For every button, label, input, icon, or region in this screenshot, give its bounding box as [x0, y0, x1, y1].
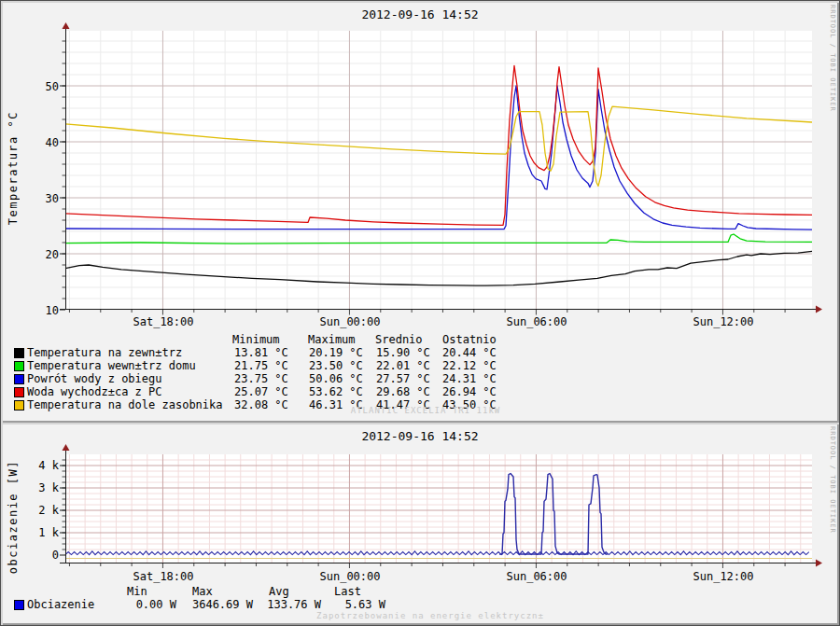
rrdtool-monitoring-page: 2012-09-16 14:52 RRDTOOL / TOBI OETIKER …	[0, 0, 840, 626]
legend-label: Temperatura na dole zasobnika	[27, 398, 223, 411]
legend-max: 3646.69 W	[178, 598, 253, 611]
legend-swatch	[14, 600, 24, 610]
legend-header-avg: Avg	[269, 585, 289, 598]
legend-swatch	[14, 361, 24, 371]
x-tick-label: Sat_18:00	[121, 315, 205, 328]
legend-avg: 27.57 °C	[376, 372, 430, 385]
legend-avg: 29.68 °C	[376, 385, 430, 398]
device-watermark: ATLANTIC EXCELIA TRI 11kW	[281, 406, 570, 415]
legend-label: Temperatura wewn±trz domu	[27, 359, 196, 372]
temperature-graph-panel: 2012-09-16 14:52 RRDTOOL / TOBI OETIKER …	[1, 1, 839, 423]
legend-min: 23.75 °C	[234, 372, 288, 385]
legend-header-min: Min	[127, 585, 147, 598]
legend-header-max: Maximum	[308, 333, 356, 346]
legend-swatch	[14, 387, 24, 397]
y-tick-label: 4 k	[21, 459, 59, 472]
legend-max: 53.62 °C	[309, 385, 363, 398]
graph-title: 2012-09-16 14:52	[1, 7, 839, 21]
legend-min: 0.00 W	[102, 598, 176, 611]
legend-max: 20.19 °C	[309, 346, 363, 359]
y-tick-label: 40	[21, 136, 59, 149]
y-tick-label: 50	[21, 80, 59, 93]
legend-header-last: Last	[334, 585, 361, 598]
legend-last: 5.63 W	[311, 598, 385, 611]
y-tick-label: 10	[21, 304, 59, 317]
legend-label: Powrót wody z obiegu	[27, 372, 162, 385]
rrdtool-watermark: RRDTOOL / TOBI OETIKER	[829, 5, 836, 112]
x-tick-label: Sun_12:00	[681, 315, 765, 328]
y-axis-label: Temperatura °C	[7, 111, 20, 225]
y-tick-label: 0	[21, 549, 59, 562]
y-tick-label: 2 k	[21, 504, 59, 517]
y-tick-label: 20	[21, 248, 59, 261]
y-tick-label: 30	[21, 192, 59, 205]
y-tick-label: 1 k	[21, 526, 59, 539]
legend-avg: 133.76 W	[246, 598, 321, 611]
legend-avg: 22.01 °C	[376, 359, 430, 372]
legend-last: 26.94 °C	[442, 385, 497, 398]
legend-last: 22.12 °C	[442, 359, 497, 372]
y-axis-label: obciazenie [W]	[7, 460, 20, 574]
legend-header-max: Max	[192, 585, 213, 598]
legend-last: 24.31 °C	[442, 372, 497, 385]
x-tick-label: Sun_00:00	[308, 570, 392, 583]
legend-min: 25.07 °C	[234, 385, 288, 398]
legend-swatch	[14, 400, 24, 410]
legend-max: 23.50 °C	[309, 359, 363, 372]
usage-watermark: Zapotrzebowanie na energie elektryczn±	[290, 611, 570, 620]
legend-swatch	[14, 348, 24, 358]
legend-last: 20.44 °C	[442, 346, 497, 359]
y-tick-label: 3 k	[21, 481, 59, 494]
x-tick-label: Sun_06:00	[495, 315, 579, 328]
legend-swatch	[14, 374, 24, 384]
legend-label: Woda wychodz±ca z PC	[27, 385, 162, 398]
load-graph-panel: 2012-09-16 14:52 RRDTOOL / TOBI OETIKER …	[1, 423, 839, 625]
legend-header-min: Minimum	[232, 333, 280, 346]
legend-min: 21.75 °C	[234, 359, 288, 372]
legend-label: Temperatura na zewn±trz	[27, 346, 182, 359]
x-tick-label: Sat_18:00	[121, 570, 205, 583]
legend-header-avg: Srednio	[375, 333, 423, 346]
legend-max: 50.06 °C	[309, 372, 363, 385]
legend-min: 13.81 °C	[234, 346, 288, 359]
x-tick-label: Sun_00:00	[308, 315, 392, 328]
rrdtool-watermark: RRDTOOL / TOBI OETIKER	[829, 426, 836, 534]
x-tick-label: Sun_06:00	[495, 570, 579, 583]
legend-avg: 15.90 °C	[376, 346, 430, 359]
legend-header-last: Ostatnio	[442, 333, 497, 346]
x-tick-label: Sun_12:00	[681, 570, 765, 583]
legend-label: Obciazenie	[27, 598, 94, 611]
graph-title: 2012-09-16 14:52	[1, 429, 839, 443]
